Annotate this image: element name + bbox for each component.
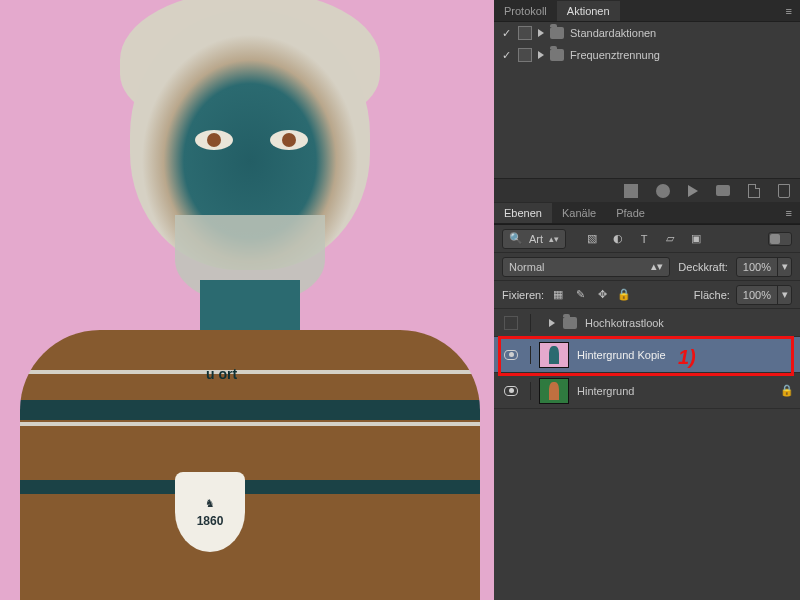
blend-mode-select[interactable]: Normal ▴▾	[502, 257, 670, 277]
layers-panel-menu-icon[interactable]: ≡	[778, 207, 800, 219]
action-set-row[interactable]: Standardaktionen	[494, 22, 800, 44]
search-icon: 🔍	[509, 232, 523, 245]
divider	[530, 382, 531, 400]
filter-shape-icon[interactable]: ▱	[662, 231, 678, 247]
visibility-eye-icon[interactable]	[504, 350, 518, 360]
tab-layers[interactable]: Ebenen	[494, 203, 552, 223]
layer-row-hintergrund-kopie[interactable]: Hintergrund Kopie	[494, 337, 800, 373]
annotation-label-1: 1)	[678, 346, 696, 369]
layers-panel-tabs: Ebenen Kanäle Pfade ≡	[494, 202, 800, 224]
select-arrows-icon: ▴▾	[549, 235, 559, 243]
layer-filter-icons: ▧ ◐ T ▱ ▣	[584, 231, 704, 247]
select-arrows-icon: ▴▾	[651, 260, 663, 273]
layer-filter-kind-select[interactable]: 🔍 Art ▴▾	[502, 229, 566, 249]
tab-protocol[interactable]: Protokoll	[494, 1, 557, 21]
dropdown-icon[interactable]: ▾	[777, 286, 791, 304]
lock-all-icon[interactable]: 🔒	[616, 287, 632, 303]
filter-pixel-icon[interactable]: ▧	[584, 231, 600, 247]
actions-panel: Standardaktionen Frequenztrennung	[494, 22, 800, 178]
filter-adjust-icon[interactable]: ◐	[610, 231, 626, 247]
layer-lock-row: Fixieren: ▦ ✎ ✥ 🔒 Fläche: 100% ▾	[494, 281, 800, 309]
play-icon[interactable]	[688, 185, 698, 197]
actions-panel-menu-icon[interactable]: ≡	[778, 5, 800, 17]
layer-group-row[interactable]: Hochkotrastlook	[494, 309, 800, 337]
group-expand-icon[interactable]	[549, 319, 555, 327]
layer-thumbnail[interactable]	[539, 342, 569, 368]
divider	[530, 346, 531, 364]
folder-icon	[550, 27, 564, 39]
layer-filter-switch[interactable]	[768, 232, 792, 246]
layer-group-name: Hochkotrastlook	[585, 317, 794, 329]
layer-list: Hochkotrastlook Hintergrund Kopie Hinter…	[494, 309, 800, 409]
layer-blend-row: Normal ▴▾ Deckkraft: 100% ▾	[494, 253, 800, 281]
document-canvas[interactable]: u ort ♞ 1860	[0, 0, 494, 600]
layer-name-label: Hintergrund	[577, 385, 772, 397]
action-set-row[interactable]: Frequenztrennung	[494, 44, 800, 66]
trash-icon[interactable]	[778, 184, 790, 198]
tab-actions[interactable]: Aktionen	[557, 1, 620, 21]
layer-filter-bar: 🔍 Art ▴▾ ▧ ◐ T ▱ ▣	[494, 225, 800, 253]
visibility-eye-icon[interactable]	[504, 386, 518, 396]
layers-panel: 🔍 Art ▴▾ ▧ ◐ T ▱ ▣ Normal ▴▾ Deckkraft: …	[494, 224, 800, 409]
lock-icon: 🔒	[780, 384, 794, 397]
opacity-input[interactable]: 100% ▾	[736, 257, 792, 277]
lock-position-icon[interactable]: ✥	[594, 287, 610, 303]
action-dialog-toggle[interactable]	[518, 48, 532, 62]
action-dialog-toggle[interactable]	[518, 26, 532, 40]
crest-lion-icon: ♞	[205, 497, 215, 510]
action-set-label: Standardaktionen	[570, 27, 656, 39]
dropdown-icon[interactable]: ▾	[777, 258, 791, 276]
figure-jersey	[20, 330, 480, 600]
new-action-icon[interactable]	[748, 184, 760, 198]
jersey-crest: ♞ 1860	[175, 472, 245, 552]
action-toggle-icon[interactable]	[500, 49, 512, 62]
fill-value: 100%	[737, 289, 777, 301]
figure-pupil-right	[282, 133, 296, 147]
figure-pupil-left	[207, 133, 221, 147]
lock-transparent-icon[interactable]: ▦	[550, 287, 566, 303]
folder-icon	[563, 317, 577, 329]
filter-smart-icon[interactable]: ▣	[688, 231, 704, 247]
layer-row-hintergrund[interactable]: Hintergrund 🔒	[494, 373, 800, 409]
fill-input[interactable]: 100% ▾	[736, 285, 792, 305]
new-set-icon[interactable]	[716, 185, 730, 196]
action-expand-icon[interactable]	[538, 51, 544, 59]
stop-icon[interactable]	[624, 184, 638, 198]
folder-icon	[550, 49, 564, 61]
action-set-label: Frequenztrennung	[570, 49, 660, 61]
fill-label: Fläche:	[694, 289, 730, 301]
record-icon[interactable]	[656, 184, 670, 198]
actions-panel-tabs: Protokoll Aktionen ≡	[494, 0, 800, 22]
lock-label: Fixieren:	[502, 289, 544, 301]
filter-type-icon[interactable]: T	[636, 231, 652, 247]
blend-mode-value: Normal	[509, 261, 544, 273]
lock-pixels-icon[interactable]: ✎	[572, 287, 588, 303]
opacity-value: 100%	[737, 261, 777, 273]
action-toggle-icon[interactable]	[500, 27, 512, 40]
divider	[530, 314, 531, 332]
actions-panel-footer	[494, 178, 800, 202]
visibility-toggle[interactable]	[504, 316, 518, 330]
tab-paths[interactable]: Pfade	[606, 203, 655, 223]
tab-channels[interactable]: Kanäle	[552, 203, 606, 223]
crest-year: 1860	[197, 514, 224, 528]
layer-filter-kind-label: Art	[529, 233, 543, 245]
layer-thumbnail[interactable]	[539, 378, 569, 404]
opacity-label: Deckkraft:	[678, 261, 728, 273]
jersey-brand-text: u ort	[206, 366, 237, 382]
action-expand-icon[interactable]	[538, 29, 544, 37]
